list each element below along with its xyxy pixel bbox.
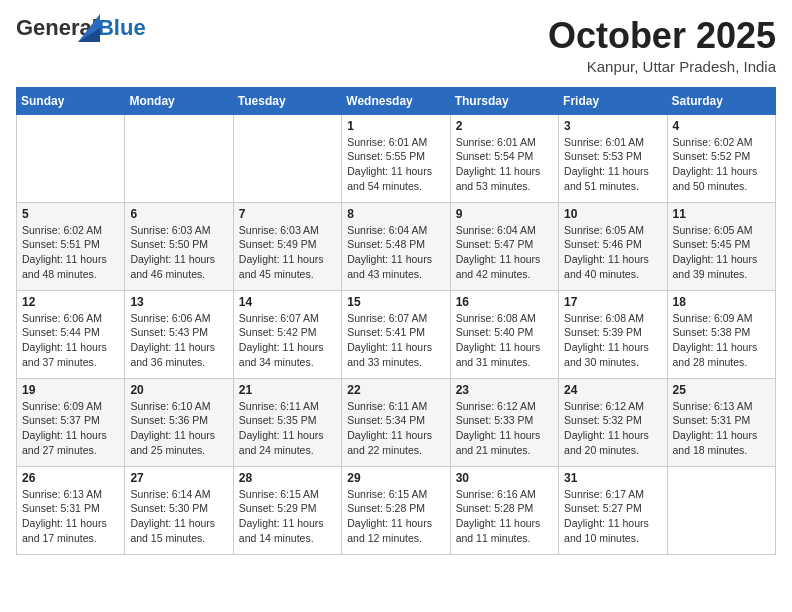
location: Kanpur, Uttar Pradesh, India [548,58,776,75]
calendar-header-row: Sunday Monday Tuesday Wednesday Thursday… [17,87,776,114]
day-info: Sunrise: 6:03 AMSunset: 5:49 PMDaylight:… [239,223,336,282]
table-row: 14 Sunrise: 6:07 AMSunset: 5:42 PMDaylig… [233,290,341,378]
table-row: 17 Sunrise: 6:08 AMSunset: 5:39 PMDaylig… [559,290,667,378]
table-row: 8 Sunrise: 6:04 AMSunset: 5:48 PMDayligh… [342,202,450,290]
day-info: Sunrise: 6:02 AMSunset: 5:52 PMDaylight:… [673,135,770,194]
table-row: 4 Sunrise: 6:02 AMSunset: 5:52 PMDayligh… [667,114,775,202]
table-row [233,114,341,202]
day-number: 13 [130,295,227,309]
table-row: 25 Sunrise: 6:13 AMSunset: 5:31 PMDaylig… [667,378,775,466]
day-number: 15 [347,295,444,309]
day-number: 10 [564,207,661,221]
calendar-week-row: 12 Sunrise: 6:06 AMSunset: 5:44 PMDaylig… [17,290,776,378]
day-number: 31 [564,471,661,485]
table-row: 2 Sunrise: 6:01 AMSunset: 5:54 PMDayligh… [450,114,558,202]
day-info: Sunrise: 6:01 AMSunset: 5:54 PMDaylight:… [456,135,553,194]
calendar-week-row: 1 Sunrise: 6:01 AMSunset: 5:55 PMDayligh… [17,114,776,202]
table-row: 22 Sunrise: 6:11 AMSunset: 5:34 PMDaylig… [342,378,450,466]
month-title: October 2025 [548,16,776,56]
day-number: 9 [456,207,553,221]
table-row: 21 Sunrise: 6:11 AMSunset: 5:35 PMDaylig… [233,378,341,466]
day-info: Sunrise: 6:11 AMSunset: 5:34 PMDaylight:… [347,399,444,458]
day-info: Sunrise: 6:10 AMSunset: 5:36 PMDaylight:… [130,399,227,458]
header-wednesday: Wednesday [342,87,450,114]
table-row: 12 Sunrise: 6:06 AMSunset: 5:44 PMDaylig… [17,290,125,378]
day-number: 6 [130,207,227,221]
day-info: Sunrise: 6:15 AMSunset: 5:28 PMDaylight:… [347,487,444,546]
logo-icon [78,14,100,42]
header-saturday: Saturday [667,87,775,114]
day-info: Sunrise: 6:11 AMSunset: 5:35 PMDaylight:… [239,399,336,458]
table-row: 7 Sunrise: 6:03 AMSunset: 5:49 PMDayligh… [233,202,341,290]
day-number: 7 [239,207,336,221]
title-block: October 2025 Kanpur, Uttar Pradesh, Indi… [548,16,776,75]
day-number: 30 [456,471,553,485]
day-number: 2 [456,119,553,133]
day-info: Sunrise: 6:07 AMSunset: 5:41 PMDaylight:… [347,311,444,370]
table-row: 23 Sunrise: 6:12 AMSunset: 5:33 PMDaylig… [450,378,558,466]
day-number: 27 [130,471,227,485]
day-number: 29 [347,471,444,485]
day-number: 11 [673,207,770,221]
day-info: Sunrise: 6:15 AMSunset: 5:29 PMDaylight:… [239,487,336,546]
day-number: 21 [239,383,336,397]
day-number: 23 [456,383,553,397]
day-number: 4 [673,119,770,133]
day-number: 25 [673,383,770,397]
header-friday: Friday [559,87,667,114]
table-row: 13 Sunrise: 6:06 AMSunset: 5:43 PMDaylig… [125,290,233,378]
table-row [667,466,775,554]
calendar-week-row: 19 Sunrise: 6:09 AMSunset: 5:37 PMDaylig… [17,378,776,466]
day-info: Sunrise: 6:14 AMSunset: 5:30 PMDaylight:… [130,487,227,546]
header-tuesday: Tuesday [233,87,341,114]
day-number: 24 [564,383,661,397]
table-row: 29 Sunrise: 6:15 AMSunset: 5:28 PMDaylig… [342,466,450,554]
calendar-week-row: 26 Sunrise: 6:13 AMSunset: 5:31 PMDaylig… [17,466,776,554]
table-row [125,114,233,202]
table-row [17,114,125,202]
day-info: Sunrise: 6:03 AMSunset: 5:50 PMDaylight:… [130,223,227,282]
day-info: Sunrise: 6:13 AMSunset: 5:31 PMDaylight:… [22,487,119,546]
day-number: 16 [456,295,553,309]
day-number: 18 [673,295,770,309]
table-row: 24 Sunrise: 6:12 AMSunset: 5:32 PMDaylig… [559,378,667,466]
day-info: Sunrise: 6:07 AMSunset: 5:42 PMDaylight:… [239,311,336,370]
table-row: 5 Sunrise: 6:02 AMSunset: 5:51 PMDayligh… [17,202,125,290]
day-number: 26 [22,471,119,485]
day-info: Sunrise: 6:12 AMSunset: 5:32 PMDaylight:… [564,399,661,458]
table-row: 26 Sunrise: 6:13 AMSunset: 5:31 PMDaylig… [17,466,125,554]
day-info: Sunrise: 6:04 AMSunset: 5:47 PMDaylight:… [456,223,553,282]
day-number: 8 [347,207,444,221]
logo-blue: Blue [98,15,146,40]
table-row: 6 Sunrise: 6:03 AMSunset: 5:50 PMDayligh… [125,202,233,290]
table-row: 1 Sunrise: 6:01 AMSunset: 5:55 PMDayligh… [342,114,450,202]
table-row: 30 Sunrise: 6:16 AMSunset: 5:28 PMDaylig… [450,466,558,554]
table-row: 11 Sunrise: 6:05 AMSunset: 5:45 PMDaylig… [667,202,775,290]
day-number: 28 [239,471,336,485]
day-info: Sunrise: 6:17 AMSunset: 5:27 PMDaylight:… [564,487,661,546]
day-number: 14 [239,295,336,309]
day-info: Sunrise: 6:06 AMSunset: 5:43 PMDaylight:… [130,311,227,370]
header-sunday: Sunday [17,87,125,114]
day-info: Sunrise: 6:02 AMSunset: 5:51 PMDaylight:… [22,223,119,282]
table-row: 27 Sunrise: 6:14 AMSunset: 5:30 PMDaylig… [125,466,233,554]
day-info: Sunrise: 6:16 AMSunset: 5:28 PMDaylight:… [456,487,553,546]
table-row: 19 Sunrise: 6:09 AMSunset: 5:37 PMDaylig… [17,378,125,466]
day-number: 22 [347,383,444,397]
day-number: 1 [347,119,444,133]
day-number: 19 [22,383,119,397]
table-row: 10 Sunrise: 6:05 AMSunset: 5:46 PMDaylig… [559,202,667,290]
day-info: Sunrise: 6:01 AMSunset: 5:55 PMDaylight:… [347,135,444,194]
day-info: Sunrise: 6:12 AMSunset: 5:33 PMDaylight:… [456,399,553,458]
header-monday: Monday [125,87,233,114]
day-info: Sunrise: 6:01 AMSunset: 5:53 PMDaylight:… [564,135,661,194]
day-info: Sunrise: 6:08 AMSunset: 5:40 PMDaylight:… [456,311,553,370]
day-info: Sunrise: 6:08 AMSunset: 5:39 PMDaylight:… [564,311,661,370]
calendar-table: Sunday Monday Tuesday Wednesday Thursday… [16,87,776,555]
table-row: 9 Sunrise: 6:04 AMSunset: 5:47 PMDayligh… [450,202,558,290]
day-number: 12 [22,295,119,309]
day-number: 20 [130,383,227,397]
day-info: Sunrise: 6:09 AMSunset: 5:37 PMDaylight:… [22,399,119,458]
header-thursday: Thursday [450,87,558,114]
day-number: 17 [564,295,661,309]
